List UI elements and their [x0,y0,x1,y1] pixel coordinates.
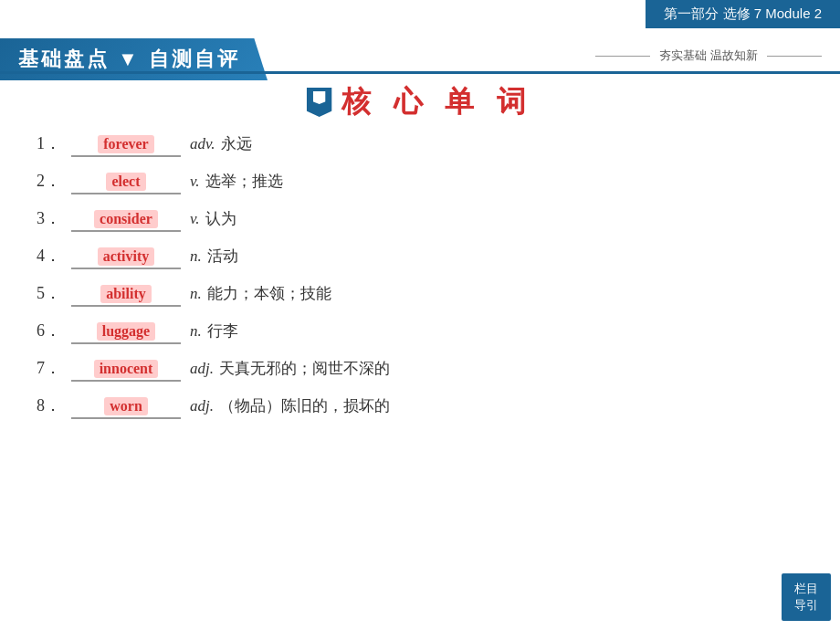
item-number: 3． [37,207,71,229]
item-meaning: 行李 [207,320,238,341]
item-answer: elect [106,173,145,191]
item-blank: worn [71,397,181,419]
vocab-item-6: 6．luggagen.行李 [37,320,803,344]
vocab-item-8: 8．wornadj.（物品）陈旧的，损坏的 [37,394,803,419]
header-text: 第一部分 选修 7 Module 2 [664,5,822,21]
item-blank: activity [71,247,181,269]
item-blank: ability [71,285,181,307]
left-banner-text: 基础盘点 ▼ 自测自评 [18,47,240,70]
vocab-item-1: 1．foreveradv.永远 [37,132,803,157]
vocab-item-4: 4．activityn.活动 [37,245,803,269]
nav-button[interactable]: 栏目 导引 [782,573,831,621]
item-number: 1． [37,132,71,154]
title-decoration [307,88,332,117]
content-area: 1．foreveradv.永远2．electv.选举；推选3．considerv… [37,132,803,432]
item-meaning: （物品）陈旧的，损坏的 [219,395,390,416]
item-answer: ability [100,285,152,303]
item-pos: v. [190,210,200,228]
item-meaning: 能力；本领；技能 [207,283,331,304]
item-pos: adv. [190,135,215,153]
left-banner: 基础盘点 ▼ 自测自评 [0,38,268,80]
item-answer: innocent [94,360,159,378]
item-answer: activity [98,247,155,266]
item-meaning: 认为 [205,208,236,229]
nav-line2: 导引 [794,597,818,614]
item-number: 8． [37,394,71,416]
item-number: 2． [37,170,71,192]
item-meaning: 活动 [207,246,238,267]
vocab-item-7: 7．innocentadj.天真无邪的；阅世不深的 [37,357,803,382]
item-pos: n. [190,285,202,303]
page-title: 核 心 单 词 [341,82,534,122]
vocab-item-2: 2．electv.选举；推选 [37,170,803,194]
item-blank: luggage [71,322,181,344]
item-meaning: 永远 [221,133,252,154]
item-pos: adj. [190,360,214,378]
item-answer: worn [104,397,148,415]
vocab-item-3: 3．considerv.认为 [37,207,803,232]
item-pos: n. [190,247,202,266]
item-meaning: 天真无邪的；阅世不深的 [219,358,390,379]
item-pos: n. [190,322,202,341]
top-right-header: 第一部分 选修 7 Module 2 [646,0,840,28]
blue-divider [0,71,840,74]
item-number: 6． [37,320,71,341]
item-number: 4． [37,245,71,267]
page-title-section: 核 心 单 词 [307,82,534,122]
item-answer: forever [98,135,153,153]
item-pos: v. [190,173,200,191]
item-blank: forever [71,135,181,157]
item-blank: elect [71,173,181,194]
item-blank: consider [71,210,181,232]
item-blank: innocent [71,360,181,382]
right-subtitle-text: 夯实基础 温故知新 [659,47,758,64]
item-answer: consider [94,210,158,228]
nav-line1: 栏目 [794,581,818,597]
item-pos: adj. [190,397,214,415]
item-answer: luggage [97,322,155,341]
item-number: 7． [37,357,71,379]
item-meaning: 选举；推选 [205,171,283,192]
vocab-item-5: 5．abilityn.能力；本领；技能 [37,282,803,307]
item-number: 5． [37,282,71,304]
right-subtitle: 夯实基础 温故知新 [595,47,822,64]
